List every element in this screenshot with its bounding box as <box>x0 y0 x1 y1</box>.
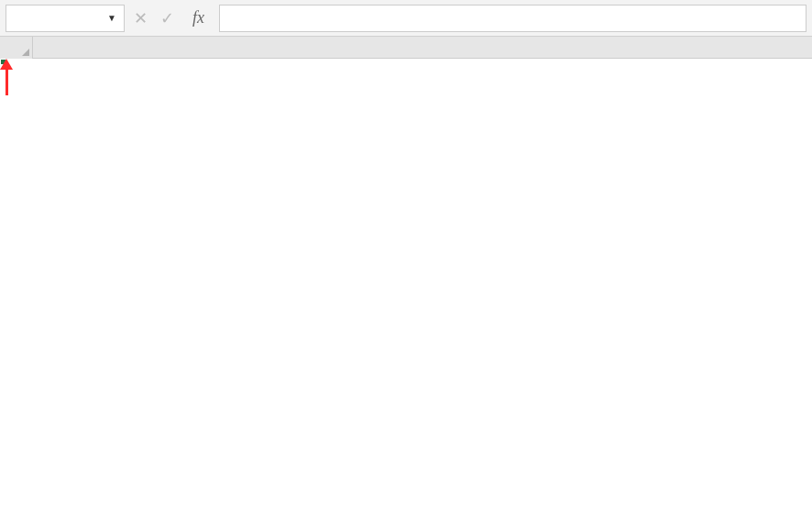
dropdown-icon[interactable]: ▼ <box>107 13 116 23</box>
select-all-corner[interactable] <box>0 37 33 59</box>
formula-input[interactable] <box>219 5 807 32</box>
name-box[interactable]: ▼ <box>5 5 125 32</box>
column-headers <box>0 37 812 59</box>
enter-icon[interactable]: ✓ <box>160 8 174 28</box>
fill-handle[interactable] <box>0 59 6 65</box>
formula-bar: ▼ ✕ ✓ fx <box>0 0 812 37</box>
fx-icon[interactable]: fx <box>187 8 210 28</box>
cancel-icon[interactable]: ✕ <box>134 8 148 28</box>
spreadsheet-grid <box>0 37 812 507</box>
formula-bar-buttons: ✕ ✓ fx <box>125 8 219 28</box>
